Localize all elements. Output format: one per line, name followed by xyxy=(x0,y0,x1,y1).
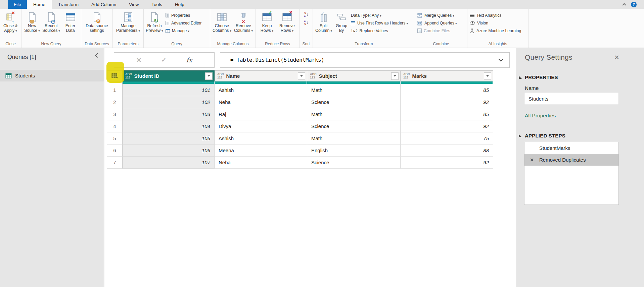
file-menu-button[interactable]: File xyxy=(8,0,27,9)
tab-transform[interactable]: Transform xyxy=(52,0,85,9)
remove-rows-button[interactable]: × Remove Rows xyxy=(277,10,297,33)
advanced-editor-button[interactable]: Advanced Editor xyxy=(166,20,201,26)
cell-name[interactable]: Ashish xyxy=(215,132,307,145)
column-header-student-id[interactable]: ABC123 Student ID xyxy=(123,70,215,81)
data-source-settings-button[interactable]: ⚙ Data source settings xyxy=(83,10,111,33)
properties-section-header[interactable]: PROPERTIES xyxy=(519,74,558,80)
delete-step-icon[interactable]: ✕ xyxy=(524,157,539,163)
filter-dropdown-icon[interactable] xyxy=(205,72,213,80)
choose-columns-button[interactable]: Choose Columns xyxy=(211,10,233,33)
cell-marks[interactable]: 75 xyxy=(401,132,493,145)
replace-values-button[interactable]: Replace Values xyxy=(351,27,408,34)
row-number[interactable]: 6 xyxy=(107,145,123,157)
cell-name[interactable]: Neha xyxy=(215,96,307,108)
close-and-apply-button[interactable]: × ↑ Close & Apply xyxy=(1,10,20,33)
filter-dropdown-icon[interactable] xyxy=(298,72,305,80)
tab-help[interactable]: Help xyxy=(169,0,191,9)
cell-subject[interactable]: Math xyxy=(307,84,401,96)
collapse-ribbon-icon[interactable] xyxy=(622,3,626,7)
cell-student-id[interactable]: 107 xyxy=(123,157,215,169)
query-name-input[interactable] xyxy=(525,93,618,104)
fx-icon[interactable]: fx xyxy=(186,56,192,64)
cell-marks[interactable]: 85 xyxy=(401,108,493,120)
cell-marks[interactable]: 92 xyxy=(401,120,493,132)
tab-add-column[interactable]: Add Column xyxy=(85,0,123,9)
manage-parameters-button[interactable]: Manage Parameters xyxy=(114,10,142,33)
column-header-subject[interactable]: ABC123 Subject xyxy=(307,70,401,81)
column-header-marks[interactable]: ABC123 Marks xyxy=(401,70,493,81)
data-type-button[interactable]: Data Type: Any xyxy=(351,12,408,18)
filter-dropdown-icon[interactable] xyxy=(391,72,399,80)
row-number[interactable]: 2 xyxy=(107,96,123,108)
text-analytics-button[interactable]: Text Analytics xyxy=(470,12,521,18)
close-pane-icon[interactable]: ✕ xyxy=(614,54,619,61)
use-first-row-as-headers-button[interactable]: Use First Row as Headers xyxy=(351,20,408,26)
properties-button[interactable]: Properties xyxy=(166,12,201,18)
vision-button[interactable]: Vision xyxy=(470,20,521,26)
tab-tools[interactable]: Tools xyxy=(145,0,169,9)
ribbon-group-transform: Split Column Group By Data Type: Any xyxy=(313,9,415,48)
sort-ascending-button[interactable]: AZ↓ xyxy=(304,11,309,17)
commit-formula-icon[interactable]: ✓ xyxy=(162,56,167,64)
row-number[interactable]: 4 xyxy=(107,120,123,132)
remove-columns-button[interactable]: × Remove Columns xyxy=(233,10,254,33)
split-column-button[interactable]: Split Column xyxy=(314,10,333,33)
cell-student-id[interactable]: 105 xyxy=(123,132,215,145)
cell-name[interactable]: Raj xyxy=(215,108,307,120)
manage-query-button[interactable]: Manage xyxy=(166,27,201,34)
recent-sources-button[interactable]: ◷ Recent Sources xyxy=(42,10,61,33)
all-properties-link[interactable]: All Properties xyxy=(525,113,556,119)
remove-columns-icon: × xyxy=(239,11,248,23)
applied-step-studentmarks[interactable]: StudentMarks xyxy=(524,142,618,154)
row-number[interactable]: 7 xyxy=(107,157,123,169)
azure-ml-button[interactable]: Azure Machine Learning xyxy=(470,27,521,34)
cell-name[interactable]: Meena xyxy=(215,145,307,157)
sort-descending-button[interactable]: ZA↓ xyxy=(304,19,309,25)
ribbon-group-query: ↻ Refresh Preview Properties Advanced Ed… xyxy=(144,9,210,48)
append-queries-button[interactable]: Append Queries xyxy=(417,20,457,26)
query-list-item-students[interactable]: Students xyxy=(0,70,104,81)
cell-name[interactable]: Divya xyxy=(215,120,307,132)
tab-home[interactable]: Home xyxy=(27,0,52,9)
cell-student-id[interactable]: 106 xyxy=(123,145,215,157)
cell-marks[interactable]: 92 xyxy=(401,96,493,108)
collapse-queries-pane-icon[interactable] xyxy=(95,53,100,58)
applied-steps-section-header[interactable]: APPLIED STEPS xyxy=(519,133,565,138)
merge-queries-button[interactable]: Merge Queries xyxy=(417,12,457,18)
cell-subject[interactable]: Science xyxy=(307,96,401,108)
cell-name[interactable]: Ashish xyxy=(215,84,307,96)
row-number[interactable]: 3 xyxy=(107,108,123,120)
table-row: 6 106 Meena English 88 xyxy=(107,145,493,157)
cell-student-id[interactable]: 104 xyxy=(123,120,215,132)
cell-marks[interactable]: 85 xyxy=(401,84,493,96)
keep-rows-button[interactable]: ✓ Keep Rows xyxy=(257,10,277,33)
expand-formula-bar-icon[interactable] xyxy=(499,57,503,62)
select-all-button[interactable] xyxy=(107,70,123,81)
select-all-table-icon xyxy=(111,73,118,79)
refresh-preview-button[interactable]: ↻ Refresh Preview xyxy=(145,10,164,33)
tab-view[interactable]: View xyxy=(123,0,145,9)
cell-subject[interactable]: Math xyxy=(307,108,401,120)
cell-marks[interactable]: 92 xyxy=(401,157,493,169)
row-number[interactable]: 5 xyxy=(107,132,123,145)
new-source-button[interactable]: New Source xyxy=(22,10,42,33)
group-by-button[interactable]: Group By xyxy=(333,10,350,33)
help-icon[interactable]: ? xyxy=(631,2,637,7)
row-number[interactable]: 1 xyxy=(107,84,123,96)
cell-name[interactable]: Neha xyxy=(215,157,307,169)
cell-subject[interactable]: Science xyxy=(307,157,401,169)
filter-dropdown-icon[interactable] xyxy=(484,72,491,80)
cell-subject[interactable]: English xyxy=(307,145,401,157)
applied-step-removed-duplicates[interactable]: ✕ Removed Duplicates xyxy=(524,154,618,166)
cancel-formula-icon[interactable]: ✕ xyxy=(136,56,142,64)
formula-input[interactable]: = Table.Distinct(StudentMarks) xyxy=(220,57,499,63)
cell-student-id[interactable]: 103 xyxy=(123,108,215,120)
preview-area: ✕ ✓ fx = Table.Distinct(StudentMarks) AB… xyxy=(104,48,516,287)
cell-student-id[interactable]: 102 xyxy=(123,96,215,108)
column-header-name[interactable]: ABC123 Name xyxy=(215,70,307,81)
cell-student-id[interactable]: 101 xyxy=(123,84,215,96)
cell-subject[interactable]: Science xyxy=(307,120,401,132)
cell-marks[interactable]: 88 xyxy=(401,145,493,157)
cell-subject[interactable]: Math xyxy=(307,132,401,145)
enter-data-button[interactable]: Enter Data xyxy=(61,10,80,33)
